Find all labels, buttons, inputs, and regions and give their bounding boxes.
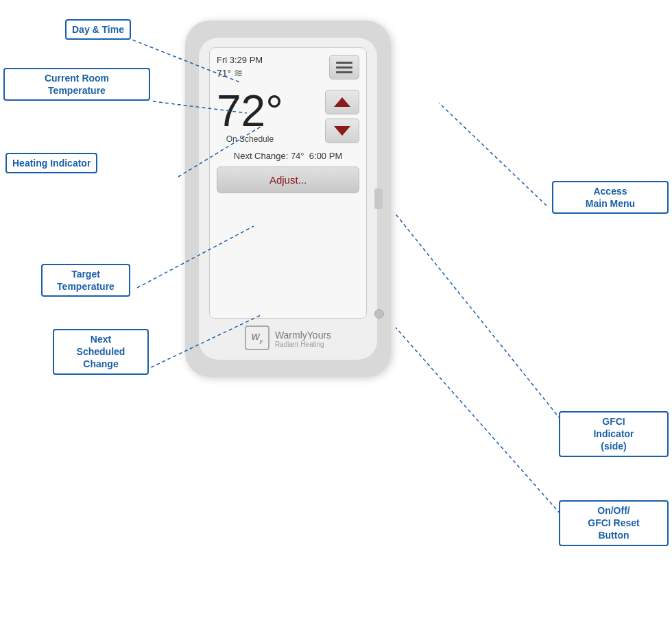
label-next-scheduled-change: NextScheduledChange	[53, 329, 149, 375]
target-area: 72° On Schedule	[217, 89, 359, 144]
next-change-row: Next Change: 74° 6:00 PM	[217, 151, 359, 161]
target-temp-display: 72° On Schedule	[217, 89, 283, 144]
menu-button[interactable]	[329, 55, 359, 79]
temp-down-button[interactable]	[325, 119, 359, 143]
gfci-side-indicator	[374, 188, 383, 209]
label-heating-indicator: Heating Indicator	[5, 153, 97, 173]
next-change-label: Next Change:	[234, 151, 289, 161]
schedule-status: On Schedule	[217, 134, 283, 144]
label-onoff-gfci: On/Off/GFCI ResetButton	[559, 500, 669, 546]
brand-name: WarmlyYours	[275, 330, 331, 341]
menu-icon-line1	[336, 62, 352, 64]
label-day-time: Day & Time	[65, 19, 131, 40]
screen-info: Fri 3:29 PM 71° ≋	[217, 55, 263, 79]
screen: Fri 3:29 PM 71° ≋ 72° On Schedule	[209, 47, 367, 319]
down-arrow-icon	[334, 126, 350, 136]
brand-logo-text: Wy	[252, 332, 263, 344]
svg-line-7	[396, 328, 573, 528]
label-current-room-temp: Current RoomTemperature	[3, 68, 150, 101]
svg-line-6	[394, 212, 576, 439]
heating-icon: ≋	[234, 66, 241, 79]
temp-up-button[interactable]	[325, 90, 359, 114]
label-gfci-indicator: GFCIIndicator(side)	[559, 411, 669, 457]
next-change-temp: 74°	[291, 151, 304, 161]
brand-logo: Wy	[245, 325, 269, 350]
brand-subtitle: Radiant Heating	[275, 341, 331, 348]
brand-area: Wy WarmlyYours Radiant Heating	[245, 325, 331, 350]
device-inner: Fri 3:29 PM 71° ≋ 72° On Schedule	[199, 38, 377, 360]
menu-icon-line3	[336, 71, 352, 73]
svg-line-5	[439, 103, 547, 206]
room-temperature-value: 71°	[217, 68, 231, 79]
brand-text: WarmlyYours Radiant Heating	[275, 328, 331, 348]
label-access-main-menu: AccessMain Menu	[552, 181, 669, 214]
room-temp-line: 71° ≋	[217, 66, 263, 79]
adjust-button[interactable]: Adjust...	[217, 167, 359, 193]
up-arrow-icon	[334, 97, 350, 107]
thermostat-device: Fri 3:29 PM 71° ≋ 72° On Schedule	[185, 21, 391, 377]
menu-icon-line2	[336, 66, 352, 69]
temperature-controls	[325, 90, 359, 143]
next-change-time: 6:00 PM	[309, 151, 342, 161]
label-target-temperature: TargetTemperature	[41, 264, 130, 297]
onoff-gfci-button[interactable]	[374, 309, 384, 319]
day-time-display: Fri 3:29 PM	[217, 55, 263, 65]
target-temperature-value: 72°	[217, 89, 283, 133]
screen-top-row: Fri 3:29 PM 71° ≋	[217, 55, 359, 79]
